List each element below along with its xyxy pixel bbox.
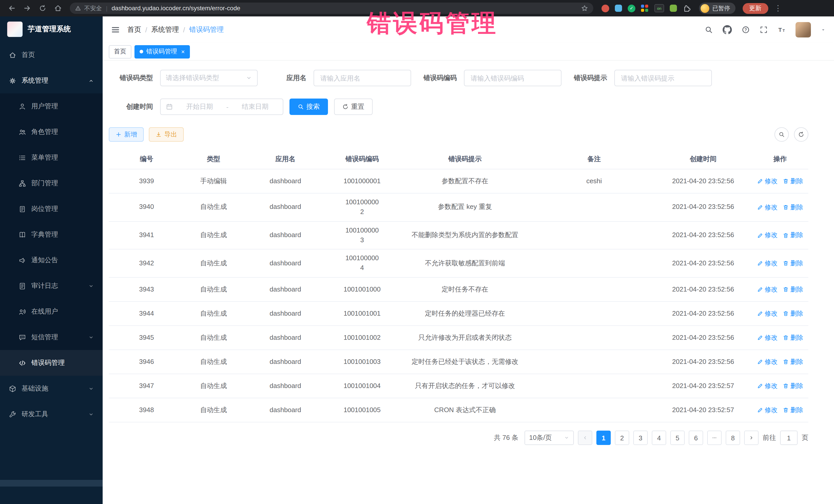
help-icon[interactable]	[742, 26, 750, 34]
more-pages-button[interactable]	[707, 431, 722, 445]
sidebar-item-error-code-management[interactable]: 错误码管理	[0, 350, 103, 376]
sidebar-item-department-management[interactable]: 部门管理	[0, 170, 103, 196]
sidebar-item-system-management[interactable]: 系统管理	[0, 68, 103, 93]
sidebar-item-infrastructure[interactable]: 基础设施	[0, 376, 103, 401]
extension-icon-red[interactable]	[601, 4, 609, 12]
page-button-2[interactable]: 2	[615, 431, 629, 445]
extension-icon-leaf[interactable]	[670, 5, 677, 12]
edit-link[interactable]: 修改	[757, 177, 777, 186]
refresh-icon	[342, 104, 349, 110]
page-button-6[interactable]: 6	[689, 431, 703, 445]
delete-link[interactable]: 删除	[783, 357, 803, 367]
extension-icon-proxy-on[interactable]: on	[654, 4, 664, 12]
sidebar-item-dev-tools[interactable]: 研发工具	[0, 401, 103, 427]
edit-link[interactable]: 修改	[757, 259, 777, 268]
edit-link[interactable]: 修改	[757, 285, 777, 294]
page-button-1[interactable]: 1	[596, 431, 611, 445]
delete-link[interactable]: 删除	[783, 177, 803, 186]
refresh-table-button[interactable]	[794, 127, 808, 141]
trash-icon	[783, 204, 789, 211]
next-page-button[interactable]	[744, 431, 759, 445]
extension-icon-blue[interactable]	[615, 5, 622, 12]
tab-error-code-management[interactable]: 错误码管理 ×	[134, 45, 190, 58]
edit-link[interactable]: 修改	[757, 381, 777, 391]
add-button[interactable]: 新增	[109, 127, 144, 141]
sidebar-item-user-management[interactable]: 用户管理	[0, 93, 103, 119]
extension-icon-green-check[interactable]	[628, 4, 635, 12]
delete-link[interactable]: 删除	[783, 231, 803, 240]
goto-page-input[interactable]	[780, 431, 797, 445]
page-button-4[interactable]: 4	[652, 431, 666, 445]
error-type-select[interactable]: 请选择错误码类型	[160, 70, 258, 86]
delete-link[interactable]: 删除	[783, 309, 803, 318]
pencil-icon	[757, 260, 763, 266]
sidebar-collapse-icon[interactable]	[111, 25, 120, 35]
sidebar-item-audit-log[interactable]: 审计日志	[0, 273, 103, 299]
delete-link[interactable]: 删除	[783, 333, 803, 342]
browser-menu-icon[interactable]: ⋮	[774, 4, 782, 13]
sidebar-item-post-management[interactable]: 岗位管理	[0, 196, 103, 222]
sidebar-item-role-management[interactable]: 角色管理	[0, 119, 103, 145]
cell-id: 3939	[109, 169, 184, 193]
edit-link[interactable]: 修改	[757, 203, 777, 212]
browser-back-button[interactable]	[5, 2, 19, 15]
page-button-3[interactable]: 3	[633, 431, 648, 445]
edit-link[interactable]: 修改	[757, 333, 777, 342]
font-size-icon[interactable]	[777, 26, 786, 34]
user-avatar[interactable]	[795, 22, 811, 38]
page-size-select[interactable]: 10条/页	[525, 431, 574, 445]
sidebar-item-home[interactable]: 首页	[0, 42, 103, 68]
sidebar-item-sms-management[interactable]: 短信管理	[0, 324, 103, 350]
toolbar-right	[774, 127, 808, 141]
url-text[interactable]: dashboard.yudao.iocoder.cn/system/error-…	[112, 5, 578, 12]
edit-link[interactable]: 修改	[757, 406, 777, 415]
caret-down-icon[interactable]	[821, 27, 826, 32]
page-button-last[interactable]: 8	[726, 431, 740, 445]
extensions-puzzle-icon[interactable]	[683, 4, 691, 12]
delete-link[interactable]: 删除	[783, 381, 803, 391]
tab-close-icon[interactable]: ×	[181, 48, 185, 55]
browser-refresh-button[interactable]	[36, 2, 49, 15]
address-bar[interactable]: 不安全 | dashboard.yudao.iocoder.cn/system/…	[70, 3, 593, 14]
prev-page-button[interactable]	[578, 431, 592, 445]
github-icon[interactable]	[723, 25, 732, 35]
delete-link[interactable]: 删除	[783, 406, 803, 415]
search-icon[interactable]	[705, 26, 713, 34]
date-range-picker[interactable]: 开始日期 - 结束日期	[160, 98, 283, 115]
toggle-search-button[interactable]	[774, 127, 789, 141]
breadcrumb-home[interactable]: 首页	[127, 25, 141, 35]
page-button-5[interactable]: 5	[670, 431, 685, 445]
sidebar-item-online-users[interactable]: 在线用户	[0, 299, 103, 324]
delete-link[interactable]: 删除	[783, 285, 803, 294]
browser-forward-button[interactable]	[21, 2, 34, 15]
app-logo[interactable]: 芋道管理系统	[0, 17, 103, 42]
edit-link[interactable]: 修改	[757, 231, 777, 240]
export-button[interactable]: 导出	[149, 127, 184, 141]
sidebar-item-menu-management[interactable]: 菜单管理	[0, 145, 103, 170]
browser-profile-chip[interactable]: 已暂停	[699, 3, 735, 14]
extension-icon-grid[interactable]	[641, 4, 649, 12]
delete-link[interactable]: 删除	[783, 259, 803, 268]
table-row: 3948 自动生成 dashboard 1001001005 CRON 表达式不…	[109, 398, 808, 422]
reset-button[interactable]: 重置	[334, 98, 373, 115]
table-row: 3941 自动生成 dashboard 100100000 3 不能删除类型为系…	[109, 221, 808, 249]
fullscreen-icon[interactable]	[760, 26, 768, 34]
tab-home[interactable]: 首页	[109, 45, 131, 58]
error-code-input[interactable]	[464, 70, 562, 86]
sidebar-item-notice[interactable]: 通知公告	[0, 247, 103, 273]
browser-update-button[interactable]: 更新	[742, 3, 768, 14]
delete-link[interactable]: 删除	[783, 203, 803, 212]
edit-link[interactable]: 修改	[757, 357, 777, 367]
browser-home-button[interactable]	[51, 2, 65, 15]
sidebar-item-dict-management[interactable]: 字典管理	[0, 222, 103, 247]
cell-message: 定时任务不存在	[396, 278, 534, 301]
edit-link[interactable]: 修改	[757, 309, 777, 318]
search-button[interactable]: 搜索	[289, 98, 328, 115]
sidebar-scrollbar[interactable]	[0, 480, 103, 486]
app-name-input[interactable]	[313, 70, 411, 86]
cell-type: 自动生成	[184, 374, 243, 398]
error-hint-input[interactable]	[614, 70, 712, 86]
bookmark-star-icon[interactable]	[581, 5, 588, 12]
breadcrumb-system-management[interactable]: 系统管理	[151, 25, 179, 35]
cell-actions: 修改 删除	[752, 278, 808, 301]
